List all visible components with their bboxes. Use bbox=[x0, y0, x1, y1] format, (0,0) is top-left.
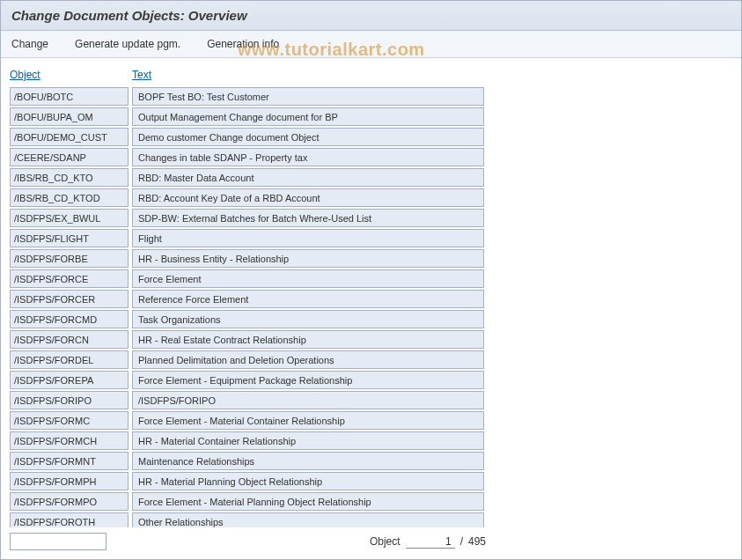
cell-object[interactable]: /IBS/RB_CD_KTO bbox=[10, 168, 129, 187]
footer: Object 1 / 495 bbox=[1, 527, 741, 559]
cell-text[interactable]: HR - Material Planning Object Relationsh… bbox=[132, 472, 484, 490]
table-row: /ISDFPS/FORBEHR - Business Entity - Rela… bbox=[10, 248, 732, 269]
title-bar: Change Document Objects: Overview bbox=[1, 1, 741, 31]
cell-object[interactable]: /BOFU/BOTC bbox=[10, 87, 129, 106]
table-row: /BOFU/BUPA_OMOutput Management Change do… bbox=[10, 107, 732, 127]
table-body: /BOFU/BOTCBOPF Test BO: Test Customer/BO… bbox=[10, 86, 732, 527]
table-row: /ISDFPS/EX_BWULSDP-BW: External Batches … bbox=[10, 208, 732, 228]
cell-object[interactable]: /ISDFPS/EX_BWUL bbox=[10, 209, 129, 227]
cell-object[interactable]: /IBS/RB_CD_KTOD bbox=[10, 188, 129, 207]
cell-object[interactable]: /ISDFPS/FLIGHT bbox=[10, 229, 129, 247]
toolbar-generate-button[interactable]: Generate update pgm. bbox=[75, 38, 180, 50]
cell-text[interactable]: Other Relationships bbox=[132, 512, 484, 527]
cell-object[interactable]: /BOFU/BUPA_OM bbox=[10, 107, 129, 126]
cell-object[interactable]: /ISDFPS/FORCN bbox=[10, 330, 129, 349]
table-row: /ISDFPS/FORMCHHR - Material Container Re… bbox=[10, 431, 732, 451]
cell-text[interactable]: RBD: Master Data Account bbox=[132, 168, 484, 187]
table-row: /ISDFPS/FORMPOForce Element - Material P… bbox=[10, 491, 732, 512]
cell-text[interactable]: HR - Material Container Relationship bbox=[132, 431, 484, 450]
cell-text[interactable]: /ISDFPS/FORIPO bbox=[132, 391, 484, 409]
table-row: /ISDFPS/FORCMDTask Organizations bbox=[10, 309, 732, 329]
cell-text[interactable]: Flight bbox=[132, 229, 484, 247]
column-header-text[interactable]: Text bbox=[132, 69, 732, 81]
cell-text[interactable]: RBD: Account Key Date of a RBD Account bbox=[132, 188, 484, 207]
cell-object[interactable]: /BOFU/DEMO_CUST bbox=[10, 128, 129, 146]
cell-object[interactable]: /ISDFPS/FORBE bbox=[10, 249, 129, 268]
table-row: /IBS/RB_CD_KTORBD: Master Data Account bbox=[10, 167, 732, 188]
cell-text[interactable]: Task Organizations bbox=[132, 310, 484, 328]
cell-text[interactable]: SDP-BW: External Batches for Batch Where… bbox=[132, 209, 484, 227]
pagination-current[interactable]: 1 bbox=[406, 535, 455, 549]
toolbar-change-button[interactable]: Change bbox=[11, 38, 48, 50]
table-header-row: Object Text bbox=[10, 69, 732, 81]
cell-text[interactable]: HR - Business Entity - Relationship bbox=[132, 249, 484, 268]
table-row: /CEERE/SDANPChanges in table SDANP - Pro… bbox=[10, 147, 732, 167]
pagination-sep: / bbox=[460, 535, 463, 548]
table-row: /BOFU/DEMO_CUSTDemo customer Change docu… bbox=[10, 127, 732, 147]
cell-text[interactable]: Force Element - Material Planning Object… bbox=[132, 492, 484, 511]
cell-object[interactable]: /ISDFPS/FOROTH bbox=[10, 512, 129, 527]
cell-text[interactable]: Force Element - Equipment Package Relati… bbox=[132, 371, 484, 389]
pagination-total: 495 bbox=[468, 535, 486, 548]
table-row: /ISDFPS/FORMCForce Element - Material Co… bbox=[10, 410, 732, 431]
table-row: /ISDFPS/FORCEForce Element bbox=[10, 269, 732, 289]
cell-object[interactable]: /ISDFPS/FORCER bbox=[10, 290, 129, 308]
table-row: /ISDFPS/FORDELPlanned Delimitation and D… bbox=[10, 350, 732, 370]
cell-object[interactable]: /ISDFPS/FORCE bbox=[10, 269, 129, 288]
table-row: /IBS/RB_CD_KTODRBD: Account Key Date of … bbox=[10, 188, 732, 208]
cell-object[interactable]: /ISDFPS/FORMCH bbox=[10, 431, 129, 450]
cell-object[interactable]: /ISDFPS/FORIPO bbox=[10, 391, 129, 409]
table-row: /ISDFPS/FORCNHR - Real Estate Contract R… bbox=[10, 329, 732, 350]
cell-text[interactable]: HR - Real Estate Contract Relationship bbox=[132, 330, 484, 349]
cell-text[interactable]: BOPF Test BO: Test Customer bbox=[132, 87, 484, 106]
table-row: /ISDFPS/FORIPO/ISDFPS/FORIPO bbox=[10, 390, 732, 410]
position-input[interactable] bbox=[10, 533, 107, 550]
table-row: /ISDFPS/FLIGHTFlight bbox=[10, 228, 732, 248]
table-row: /ISDFPS/FOROTHOther Relationships bbox=[10, 512, 732, 527]
cell-text[interactable]: Output Management Change document for BP bbox=[132, 107, 484, 126]
column-header-object[interactable]: Object bbox=[10, 69, 129, 81]
table-area: Object Text /BOFU/BOTCBOPF Test BO: Test… bbox=[1, 58, 741, 527]
cell-object[interactable]: /ISDFPS/FORMC bbox=[10, 411, 129, 430]
cell-text[interactable]: Maintenance Relationships bbox=[132, 452, 484, 470]
cell-object[interactable]: /CEERE/SDANP bbox=[10, 148, 129, 166]
toolbar: Change Generate update pgm. Generation i… bbox=[1, 31, 741, 58]
table-row: /ISDFPS/FORCERReference Force Element bbox=[10, 289, 732, 309]
cell-object[interactable]: /ISDFPS/FORCMD bbox=[10, 310, 129, 328]
cell-text[interactable]: Force Element - Material Container Relat… bbox=[132, 411, 484, 430]
table-row: /BOFU/BOTCBOPF Test BO: Test Customer bbox=[10, 86, 732, 107]
cell-object[interactable]: /ISDFPS/FORDEL bbox=[10, 350, 129, 369]
cell-text[interactable]: Reference Force Element bbox=[132, 290, 484, 308]
table-row: /ISDFPS/FOREPAForce Element - Equipment … bbox=[10, 370, 732, 390]
cell-object[interactable]: /ISDFPS/FORMNT bbox=[10, 452, 129, 470]
page-title: Change Document Objects: Overview bbox=[11, 8, 731, 23]
table-row: /ISDFPS/FORMPHHR - Material Planning Obj… bbox=[10, 471, 732, 491]
pagination: Object 1 / 495 bbox=[370, 535, 486, 549]
pagination-label: Object bbox=[370, 535, 400, 548]
cell-text[interactable]: Demo customer Change document Object bbox=[132, 128, 484, 146]
cell-object[interactable]: /ISDFPS/FOREPA bbox=[10, 371, 129, 389]
cell-object[interactable]: /ISDFPS/FORMPO bbox=[10, 492, 129, 511]
table-row: /ISDFPS/FORMNTMaintenance Relationships bbox=[10, 451, 732, 471]
toolbar-geninfo-button[interactable]: Generation info bbox=[207, 38, 279, 50]
cell-text[interactable]: Force Element bbox=[132, 269, 484, 288]
cell-text[interactable]: Planned Delimitation and Deletion Operat… bbox=[132, 350, 484, 369]
cell-object[interactable]: /ISDFPS/FORMPH bbox=[10, 472, 129, 490]
cell-text[interactable]: Changes in table SDANP - Property tax bbox=[132, 148, 484, 166]
